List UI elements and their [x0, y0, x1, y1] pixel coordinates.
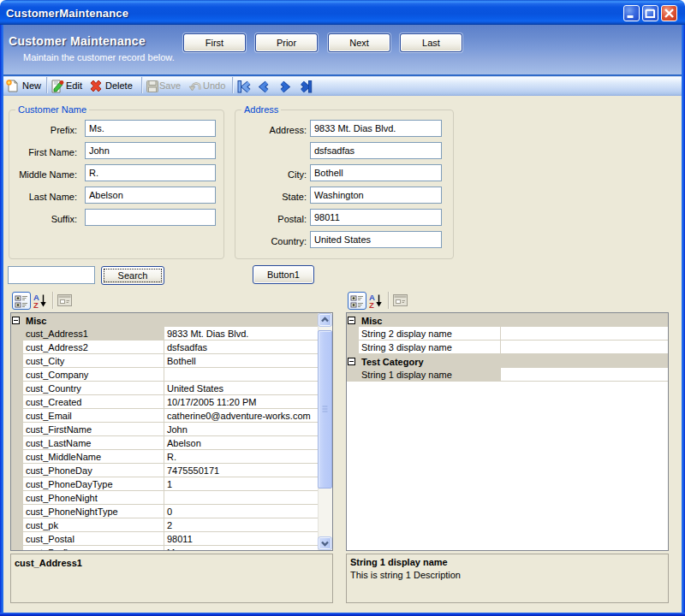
- svg-text:Z: Z: [369, 300, 374, 309]
- svg-text:Z: Z: [33, 300, 39, 309]
